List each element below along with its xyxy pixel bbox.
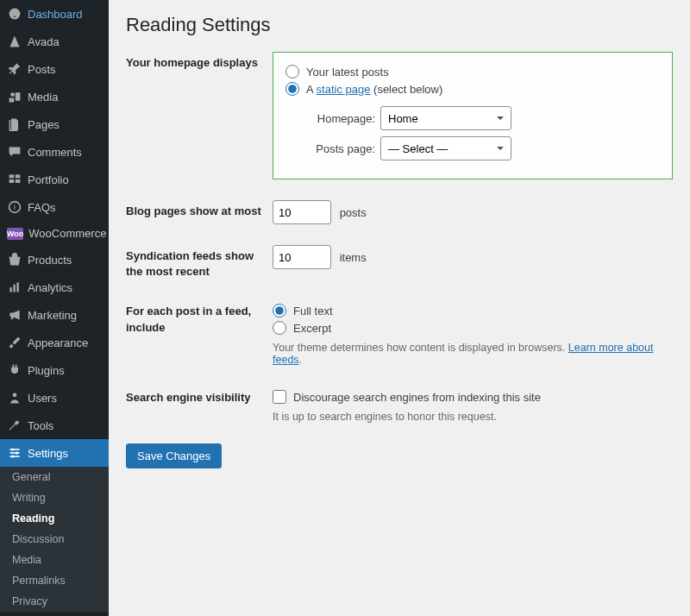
comments-icon (7, 144, 22, 160)
sidebar-item-tools[interactable]: Tools (0, 412, 109, 439)
blog-pages-input[interactable] (273, 200, 331, 224)
sidebar-item-woocommerce[interactable]: Woo WooCommerce (0, 221, 109, 246)
sidebar-label: Analytics (28, 281, 72, 294)
homepage-select[interactable]: Home (380, 106, 511, 130)
sidebar-item-marketing[interactable]: Marketing (0, 301, 109, 329)
sub-media[interactable]: Media (0, 550, 109, 570)
sidebar-label: Appearance (28, 336, 88, 349)
sidebar-item-analytics[interactable]: Analytics (0, 273, 109, 301)
sidebar-item-faqs[interactable]: i FAQs (0, 193, 109, 221)
radio-static-label: A static page (select below) (306, 83, 442, 96)
sidebar-label: Pages (28, 118, 60, 131)
woo-icon: Woo (7, 228, 23, 240)
svg-point-16 (11, 455, 14, 457)
products-icon (7, 252, 22, 267)
sidebar-item-users[interactable]: Users (0, 384, 109, 412)
dashboard-icon (7, 6, 22, 22)
syndication-unit: items (340, 251, 367, 264)
syndication-input[interactable] (273, 245, 331, 269)
megaphone-icon (7, 307, 22, 323)
row-homepage: Your homepage displays Your latest posts… (126, 52, 673, 179)
sub-permalinks[interactable]: Permalinks (0, 570, 109, 591)
sidebar-item-portfolio[interactable]: Portfolio (0, 166, 109, 193)
sidebar-label: Users (28, 392, 57, 405)
sidebar-label: FAQs (28, 201, 56, 214)
sidebar-item-products[interactable]: Products (0, 246, 109, 273)
svg-rect-9 (16, 282, 18, 292)
sidebar-item-media[interactable]: Media (0, 83, 109, 110)
sidebar-item-pages[interactable]: Pages (0, 110, 109, 138)
label-search-visibility: Search engine visibility (126, 387, 273, 405)
label-syndication: Syndication feeds show the most recent (126, 245, 273, 280)
feed-desc: Your theme determines how content is dis… (273, 342, 673, 366)
homepage-select-label: Homepage: (306, 112, 375, 125)
svg-rect-7 (9, 287, 11, 292)
svg-rect-8 (13, 285, 15, 292)
media-icon (7, 89, 22, 104)
radio-full-text[interactable]: Full text (273, 304, 673, 317)
homepage-highlight-box: Your latest posts A static page (select … (273, 52, 673, 179)
page-title: Reading Settings (126, 14, 673, 36)
sidebar-item-settings[interactable]: Settings (0, 439, 109, 467)
content-area: Reading Settings Your homepage displays … (109, 0, 690, 616)
sidebar-item-comments[interactable]: Comments (0, 138, 109, 166)
sidebar-item-dashboard[interactable]: Dashboard (0, 0, 109, 28)
row-syndication: Syndication feeds show the most recent i… (126, 245, 673, 280)
search-desc: It is up to search engines to honor this… (273, 411, 673, 423)
discourage-checkbox-input[interactable] (273, 390, 286, 404)
blog-pages-unit: posts (340, 206, 367, 219)
static-page-selects: Homepage: Home Posts page: — Select — (306, 106, 660, 160)
svg-point-0 (10, 92, 15, 97)
radio-excerpt-input[interactable] (273, 321, 286, 335)
svg-text:i: i (14, 203, 16, 211)
postspage-select-label: Posts page: (306, 142, 375, 155)
save-button[interactable]: Save Changes (126, 443, 222, 468)
svg-rect-3 (9, 179, 15, 183)
svg-rect-4 (16, 179, 21, 183)
sidebar-label: Portfolio (28, 173, 69, 186)
sidebar-item-avada[interactable]: Avada (0, 28, 109, 55)
radio-excerpt[interactable]: Excerpt (273, 321, 673, 335)
users-icon (7, 390, 22, 405)
discourage-label: Discourage search engines from indexing … (293, 391, 541, 404)
sub-reading[interactable]: Reading (0, 508, 109, 529)
radio-latest-label: Your latest posts (306, 66, 389, 79)
radio-latest-posts[interactable]: Your latest posts (285, 65, 660, 79)
sub-privacy[interactable]: Privacy (0, 591, 109, 612)
postspage-select[interactable]: — Select — (380, 136, 511, 160)
svg-rect-1 (9, 174, 15, 178)
sub-general[interactable]: General (0, 467, 109, 487)
sidebar-label: Tools (28, 419, 53, 432)
sub-discussion[interactable]: Discussion (0, 529, 109, 550)
sidebar-label: Plugins (28, 364, 65, 377)
radio-latest-input[interactable] (285, 65, 299, 79)
radio-static-page[interactable]: A static page (select below) (285, 82, 660, 96)
checkbox-discourage[interactable]: Discourage search engines from indexing … (273, 390, 673, 404)
label-feed-include: For each post in a feed, include (126, 300, 273, 335)
row-search-visibility: Search engine visibility Discourage sear… (126, 387, 673, 423)
radio-static-input[interactable] (285, 82, 299, 96)
sub-writing[interactable]: Writing (0, 487, 109, 508)
analytics-icon (7, 280, 22, 295)
sidebar-label: Settings (28, 447, 68, 460)
brush-icon (7, 335, 22, 350)
svg-point-10 (13, 393, 17, 397)
radio-excerpt-label: Excerpt (293, 322, 331, 335)
admin-sidebar: Dashboard Avada Posts Media Pages Commen… (0, 0, 109, 616)
svg-rect-2 (16, 174, 21, 178)
settings-icon (7, 445, 22, 461)
radio-full-input[interactable] (273, 304, 286, 317)
sidebar-item-plugins[interactable]: Plugins (0, 356, 109, 384)
sidebar-label: Media (28, 91, 58, 104)
radio-full-label: Full text (293, 305, 333, 317)
plug-icon (7, 362, 22, 378)
sidebar-item-slider[interactable]: Slider Revolution (0, 612, 109, 616)
sidebar-label: Dashboard (28, 8, 83, 21)
label-homepage: Your homepage displays (126, 52, 273, 71)
static-page-link[interactable]: static page (317, 83, 371, 96)
sidebar-item-posts[interactable]: Posts (0, 55, 109, 83)
sidebar-label: Posts (28, 63, 56, 76)
row-feed-include: For each post in a feed, include Full te… (126, 300, 673, 366)
sidebar-item-appearance[interactable]: Appearance (0, 329, 109, 356)
sidebar-label: Comments (28, 146, 82, 159)
